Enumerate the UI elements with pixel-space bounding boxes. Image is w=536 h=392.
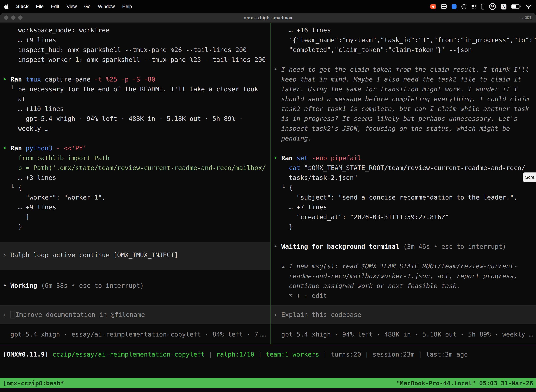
window-title-bar[interactable]: omx --xhigh --madmax ⌥⌘1: [0, 13, 536, 23]
terminal-line: continue assigned work or next feasible …: [274, 281, 536, 291]
terminal-line: [274, 55, 536, 65]
tmux-session-label: [omx-cczip0:bash*: [3, 379, 64, 387]
terminal-line: [OMX#0.11.9] cczip/essay/ai-reimplementa…: [3, 350, 536, 359]
screen-overlay-button[interactable]: Scre: [523, 173, 536, 182]
battery-percent-gauge-icon[interactable]: 61: [489, 3, 496, 10]
wifi-icon[interactable]: [526, 4, 532, 9]
menu-go[interactable]: Go: [84, 4, 91, 9]
left-prompt-text: › Improve documentation in @filename: [3, 310, 145, 320]
terminal-line: ⌥ + ↑ edit: [274, 291, 536, 301]
apple-logo: [4, 4, 9, 9]
dark-circle-app-icon[interactable]: [461, 4, 466, 9]
left-prompt-input[interactable]: › Improve documentation in @filename: [0, 305, 270, 324]
terminal-line: should send a message before completing …: [274, 94, 536, 104]
terminal-line: from pathlib import Path: [3, 153, 270, 163]
battery-nub: [520, 6, 521, 7]
terminal-line: └ {: [274, 183, 536, 192]
window-title: omx --xhigh --madmax: [244, 15, 292, 20]
input-source-label: A: [502, 4, 505, 9]
screen-overlay-label: Scre: [525, 175, 534, 180]
omx-status-bar: [OMX#0.11.9] cczip/essay/ai-reimplementa…: [0, 350, 536, 359]
terminal-line: }: [274, 222, 536, 232]
terminal-line: '{"team_name":"my-team","task_id":"1","f…: [274, 35, 536, 45]
terminal-line: readme-and-reco/mailbox/worker-1.json, a…: [274, 271, 536, 281]
terminal-line: inspect task2's JSON, focusing on the st…: [274, 124, 536, 134]
close-button[interactable]: [4, 15, 9, 20]
app-menu-slack[interactable]: Slack: [16, 4, 29, 9]
terminal-window: omx --xhigh --madmax ⌥⌘1 workspace_mode:…: [0, 13, 536, 392]
terminal-line: at: [3, 94, 270, 104]
terminal-line: › Ralph loop active continue [OMX_TMUX_I…: [3, 250, 270, 260]
right-prompt-text: › Explain this codebase: [274, 310, 361, 320]
terminal-line: "subject": "send a concise recommendatio…: [274, 192, 536, 202]
terminal-line: keep that in mind. Maybe I also need the…: [274, 75, 536, 84]
terminal-line: }: [3, 222, 270, 232]
terminal-line: › Explain this codebase: [274, 310, 361, 320]
battery-percent-label: 61: [491, 4, 494, 9]
terminal-line: [274, 143, 536, 153]
terminal-line: … +16 lines: [274, 25, 536, 35]
terminal-line: • Waiting for background terminal (3m 46…: [274, 242, 536, 252]
input-source-icon[interactable]: A: [501, 4, 507, 9]
terminal-line: [3, 134, 270, 143]
menu-edit[interactable]: Edit: [51, 4, 59, 9]
terminal-line: pending.: [274, 134, 536, 143]
battery-fill: [512, 5, 516, 8]
terminal-line: ↳ 1 new msg(s): read $OMX_TEAM_STATE_ROO…: [274, 261, 536, 271]
terminal-line: weekly …: [3, 124, 270, 134]
terminal-line: [274, 232, 536, 242]
terminal-line: "worker": "worker-1",: [3, 192, 270, 202]
left-terminal-pane[interactable]: workspace_mode: worktree … +9 lines insp…: [0, 23, 270, 344]
terminal-line: … +7 lines: [274, 202, 536, 212]
right-pane-status: gpt-5.4 xhigh · 94% left · 488K in · 5.1…: [271, 330, 536, 339]
left-terminal-output: workspace_mode: worktree … +9 lines insp…: [3, 25, 270, 232]
terminal-line: "completed","claim_token":"claim-token"}…: [274, 45, 536, 55]
dots-grid-icon[interactable]: [471, 4, 476, 9]
tmux-host-clock-label: "MacBook-Pro-44.local" 05:03 31-Mar-26: [396, 379, 533, 387]
terminal-line: └ {: [3, 183, 270, 192]
terminal-line: • I need to get the claim token from the…: [274, 65, 536, 75]
right-terminal-pane[interactable]: … +16 lines '{"team_name":"my-team","tas…: [271, 23, 536, 344]
terminal-line: • Ran tmux capture-pane -t %25 -p -S -80: [3, 75, 270, 84]
terminal-line: • Working (6m 38s • esc to interrupt): [3, 281, 270, 290]
text-cursor: [10, 311, 14, 318]
menu-file[interactable]: File: [36, 4, 44, 9]
left-pane-status: gpt-5.4 xhigh · essay/ai-reimplementatio…: [0, 330, 270, 339]
traffic-lights: [4, 15, 23, 20]
terminal-line: [274, 252, 536, 261]
battery-body: [511, 4, 519, 9]
menu-view[interactable]: View: [67, 4, 77, 9]
terminal-line: › Improve documentation in @filename: [3, 310, 145, 320]
menu-bar-status-icons: 61 A: [430, 3, 532, 10]
desktop: Slack File Edit View Go Window Help 61 A: [0, 0, 536, 392]
terminal-line: gpt-5.4 xhigh · 94% left · 488K in · 5.1…: [274, 330, 536, 339]
menu-help[interactable]: Help: [122, 4, 132, 9]
terminal-line: gpt-5.4 xhigh · essay/ai-reimplementatio…: [3, 330, 270, 339]
apple-menu-icon[interactable]: [4, 4, 9, 9]
terminal-line: ]: [3, 212, 270, 222]
right-prompt-input[interactable]: › Explain this codebase: [271, 305, 536, 324]
window-shortcut-hint: ⌥⌘1: [520, 15, 532, 20]
tmux-panes: workspace_mode: worktree … +9 lines insp…: [0, 23, 536, 344]
minimize-button[interactable]: [11, 15, 15, 20]
working-status: • Working (6m 38s • esc to interrupt): [3, 281, 270, 290]
battery-icon[interactable]: [511, 4, 521, 9]
terminal-line: task2 after task1 is complete, but can I…: [274, 104, 536, 114]
grid-window-icon[interactable]: [441, 4, 447, 9]
screen-recording-indicator-icon[interactable]: [430, 4, 436, 9]
terminal-line: inspect_worker-1: omx sparkshell --tmux-…: [3, 55, 270, 65]
terminal-line: └ be necessary for the end of the README…: [3, 84, 270, 94]
mobile-device-icon[interactable]: [481, 4, 484, 9]
raycast-icon[interactable]: [452, 4, 456, 9]
terminal-line: … +3 lines: [3, 173, 270, 183]
zoom-button[interactable]: [18, 15, 23, 20]
terminal-line: … +9 lines: [3, 202, 270, 212]
menu-window[interactable]: Window: [98, 4, 115, 9]
right-terminal-output: … +16 lines '{"team_name":"my-team","tas…: [274, 25, 536, 301]
ralph-loop-banner: › Ralph loop active continue [OMX_TMUX_I…: [0, 242, 270, 270]
terminal-line: "created_at": "2026-03-31T11:59:27.816Z": [274, 212, 536, 222]
terminal-line: … +110 lines: [3, 104, 270, 114]
terminal-line: gpt-5.4 xhigh · 94% left · 488K in · 5.1…: [3, 114, 270, 124]
terminal-line: cat "$OMX_TEAM_STATE_ROOT/team/review-cu…: [274, 163, 536, 173]
terminal-line: [3, 65, 270, 75]
